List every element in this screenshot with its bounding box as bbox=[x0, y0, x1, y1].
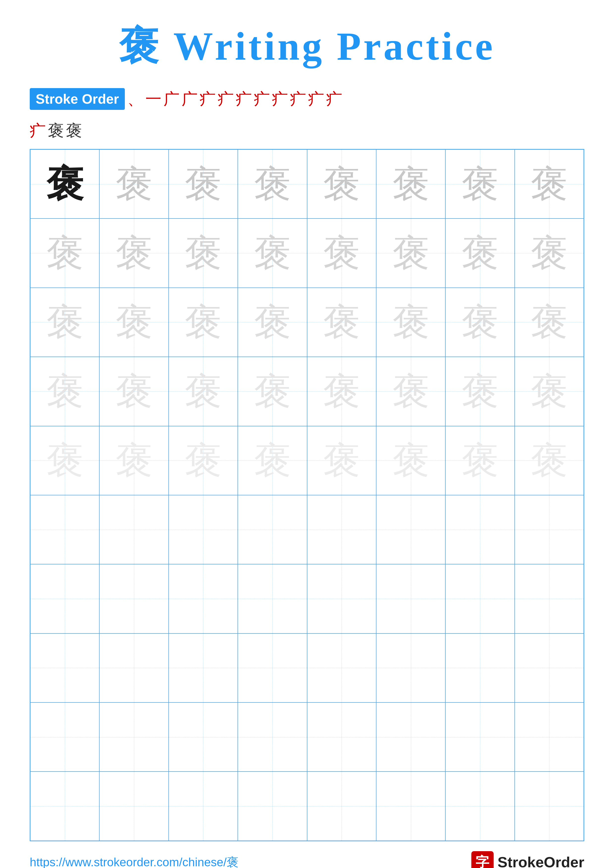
grid-cell-r6c8[interactable] bbox=[515, 495, 584, 564]
grid-cell-r8c3[interactable] bbox=[169, 634, 238, 702]
grid-cell-r9c7[interactable] bbox=[445, 702, 515, 772]
grid-cell-r4c3: 褒 bbox=[169, 357, 238, 426]
char-display: 褒 bbox=[185, 304, 222, 341]
grid-cell-r4c5: 褒 bbox=[307, 357, 376, 426]
grid-cell-r10c8[interactable] bbox=[515, 772, 584, 840]
char-display: 褒 bbox=[530, 234, 568, 272]
logo-icon: 字 bbox=[471, 851, 494, 868]
grid-cell-r9c2[interactable] bbox=[99, 702, 168, 772]
stroke-order-row2: 疒 褒 褒 bbox=[30, 120, 584, 141]
stroke-order-section: Stroke Order 、 一 广 广 疒 疒 疒 疒 疒 疒 疒 疒 bbox=[30, 88, 584, 110]
grid-cell-r7c2[interactable] bbox=[99, 564, 168, 633]
grid-cell-r5c2: 褒 bbox=[99, 426, 168, 495]
grid-cell-r8c5[interactable] bbox=[307, 634, 376, 702]
char-display: 褒 bbox=[462, 442, 499, 479]
grid-cell-r6c3[interactable] bbox=[169, 495, 238, 564]
char-display: 褒 bbox=[323, 234, 360, 272]
grid-cell-r8c7[interactable] bbox=[445, 634, 515, 702]
grid-cell-r9c6[interactable] bbox=[376, 702, 445, 772]
grid-cell-r9c3[interactable] bbox=[169, 702, 238, 772]
grid-cell-r9c1[interactable] bbox=[30, 702, 99, 772]
grid-cell-r6c5[interactable] bbox=[307, 495, 376, 564]
char-display: 褒 bbox=[254, 442, 291, 479]
grid-cell-r5c5: 褒 bbox=[307, 426, 376, 495]
grid-cell-r2c3: 褒 bbox=[169, 219, 238, 288]
stroke-char-3: 广 bbox=[163, 88, 180, 110]
grid-cell-r9c8[interactable] bbox=[515, 702, 584, 772]
grid-cell-r3c8: 褒 bbox=[515, 288, 584, 357]
grid-cell-r6c7[interactable] bbox=[445, 495, 515, 564]
char-display: 褒 bbox=[254, 373, 291, 410]
char-display: 褒 bbox=[115, 373, 152, 410]
char-display: 褒 bbox=[530, 442, 568, 479]
char-display: 褒 bbox=[323, 373, 360, 410]
char-display: 褒 bbox=[462, 304, 499, 341]
grid-cell-r8c6[interactable] bbox=[376, 634, 445, 702]
stroke-char-9: 疒 bbox=[272, 88, 288, 110]
grid-cell-r7c6[interactable] bbox=[376, 564, 445, 633]
grid-cell-r8c2[interactable] bbox=[99, 634, 168, 702]
char-display: 褒 bbox=[392, 304, 429, 341]
footer: https://www.strokeorder.com/chinese/褒 字 … bbox=[30, 841, 584, 868]
char-display: 褒 bbox=[115, 304, 152, 341]
stroke-char-10: 疒 bbox=[290, 88, 306, 110]
grid-cell-r10c1[interactable] bbox=[30, 772, 99, 840]
grid-cell-r7c7[interactable] bbox=[445, 564, 515, 633]
stroke-char-1: 、 bbox=[127, 88, 143, 110]
stroke-char-13: 疒 bbox=[30, 120, 46, 141]
grid-cell-r10c4[interactable] bbox=[238, 772, 307, 840]
grid-cell-r5c8: 褒 bbox=[515, 426, 584, 495]
footer-logo: 字 StrokeOrder bbox=[471, 851, 584, 868]
char-display: 褒 bbox=[185, 166, 222, 203]
grid-cell-r1c7: 褒 bbox=[445, 149, 515, 219]
grid-cell-r8c8[interactable] bbox=[515, 634, 584, 702]
char-display: 褒 bbox=[392, 166, 429, 203]
char-display: 褒 bbox=[392, 234, 429, 272]
grid-cell-r3c4: 褒 bbox=[238, 288, 307, 357]
grid-cell-r5c1: 褒 bbox=[30, 426, 99, 495]
grid-cell-r3c6: 褒 bbox=[376, 288, 445, 357]
grid-cell-r4c4: 褒 bbox=[238, 357, 307, 426]
char-display: 褒 bbox=[323, 166, 360, 203]
grid-cell-r6c4[interactable] bbox=[238, 495, 307, 564]
grid-cell-r7c8[interactable] bbox=[515, 564, 584, 633]
grid-cell-r3c5: 褒 bbox=[307, 288, 376, 357]
grid-cell-r7c5[interactable] bbox=[307, 564, 376, 633]
char-display: 褒 bbox=[530, 304, 568, 341]
grid-cell-r3c3: 褒 bbox=[169, 288, 238, 357]
grid-cell-r10c7[interactable] bbox=[445, 772, 515, 840]
grid-cell-r8c4[interactable] bbox=[238, 634, 307, 702]
grid-cell-r6c1[interactable] bbox=[30, 495, 99, 564]
char-display: 褒 bbox=[392, 373, 429, 410]
char-display: 褒 bbox=[462, 166, 499, 203]
grid-cell-r10c3[interactable] bbox=[169, 772, 238, 840]
grid-cell-r8c1[interactable] bbox=[30, 634, 99, 702]
grid-cell-r5c7: 褒 bbox=[445, 426, 515, 495]
char-display: 褒 bbox=[46, 373, 84, 410]
grid-cell-r9c4[interactable] bbox=[238, 702, 307, 772]
grid-cell-r10c2[interactable] bbox=[99, 772, 168, 840]
grid-cell-r7c3[interactable] bbox=[169, 564, 238, 633]
grid-cell-r7c4[interactable] bbox=[238, 564, 307, 633]
char-display: 褒 bbox=[254, 234, 291, 272]
stroke-char-2: 一 bbox=[145, 88, 162, 110]
grid-cell-r1c1: 褒 bbox=[30, 149, 99, 219]
page-title: 褒 Writing Practice bbox=[30, 20, 584, 73]
char-display: 褒 bbox=[46, 166, 84, 203]
grid-cell-r7c1[interactable] bbox=[30, 564, 99, 633]
grid-cell-r1c5: 褒 bbox=[307, 149, 376, 219]
grid-cell-r6c2[interactable] bbox=[99, 495, 168, 564]
grid-cell-r4c1: 褒 bbox=[30, 357, 99, 426]
char-display: 褒 bbox=[530, 166, 568, 203]
char-display: 褒 bbox=[46, 234, 84, 272]
char-display: 褒 bbox=[462, 234, 499, 272]
grid-cell-r1c4: 褒 bbox=[238, 149, 307, 219]
grid-cell-r6c6[interactable] bbox=[376, 495, 445, 564]
char-display: 褒 bbox=[115, 442, 152, 479]
grid-cell-r9c5[interactable] bbox=[307, 702, 376, 772]
grid-cell-r5c6: 褒 bbox=[376, 426, 445, 495]
grid-cell-r10c6[interactable] bbox=[376, 772, 445, 840]
grid-cell-r10c5[interactable] bbox=[307, 772, 376, 840]
grid-cell-r3c2: 褒 bbox=[99, 288, 168, 357]
char-display: 褒 bbox=[323, 304, 360, 341]
